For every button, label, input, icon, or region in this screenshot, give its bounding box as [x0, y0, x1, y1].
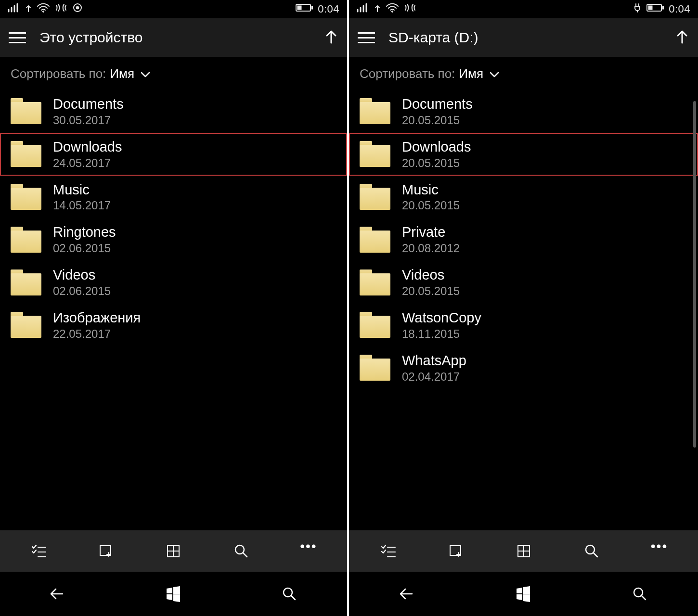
- folder-name: Documents: [402, 96, 473, 113]
- folder-icon: [11, 98, 41, 124]
- sort-label: Сортировать по:: [360, 66, 455, 81]
- clock: 0:04: [669, 3, 690, 15]
- select-button[interactable]: [375, 538, 401, 565]
- back-button[interactable]: [44, 580, 71, 607]
- view-grid-button[interactable]: [160, 538, 187, 565]
- menu-button[interactable]: [358, 28, 377, 47]
- svg-point-0: [42, 11, 44, 12]
- start-button[interactable]: [510, 580, 537, 607]
- folder-date: 24.05.2017: [53, 156, 122, 170]
- search-button[interactable]: [578, 538, 605, 565]
- scrollbar[interactable]: [693, 101, 696, 448]
- back-button[interactable]: [394, 580, 421, 607]
- folder-name: WatsonCopy: [402, 309, 481, 326]
- folder-date: 02.06.2015: [53, 242, 116, 255]
- folder-icon: [360, 184, 390, 210]
- list-item[interactable]: WatsonCopy 18.11.2015: [349, 304, 698, 346]
- folder-icon: [11, 270, 41, 295]
- folder-date: 20.08.2012: [402, 242, 460, 255]
- app-bar: •••: [349, 530, 698, 572]
- new-folder-button[interactable]: [92, 538, 119, 565]
- folder-icon: [11, 312, 41, 338]
- page-title: SD-карта (D:): [388, 29, 663, 46]
- list-item[interactable]: Private 20.08.2012: [349, 218, 698, 261]
- list-item[interactable]: Изображения 22.05.2017: [0, 304, 347, 346]
- folder-icon: [360, 227, 390, 253]
- folder-name: Videos: [402, 267, 460, 283]
- list-item[interactable]: Music 14.05.2017: [0, 176, 347, 218]
- svg-point-10: [391, 11, 393, 12]
- sort-dropdown[interactable]: Сортировать по: Имя: [0, 57, 347, 87]
- folder-name: Documents: [53, 96, 124, 113]
- chevron-down-icon: [489, 66, 500, 81]
- folder-date: 22.05.2017: [53, 327, 141, 341]
- list-item[interactable]: Downloads 20.05.2015: [349, 133, 698, 176]
- search-system-button[interactable]: [276, 580, 303, 607]
- folder-date: 20.05.2015: [402, 156, 471, 170]
- view-grid-button[interactable]: [510, 538, 537, 565]
- folder-name: Music: [53, 181, 111, 198]
- start-button[interactable]: [160, 580, 187, 607]
- sort-dropdown[interactable]: Сортировать по: Имя: [349, 57, 698, 87]
- folder-date: 20.05.2015: [402, 114, 473, 127]
- clock: 0:04: [318, 3, 339, 15]
- folder-name: Downloads: [53, 139, 122, 155]
- folder-date: 14.05.2017: [53, 199, 111, 212]
- folder-list[interactable]: Documents 20.05.2015 Downloads 20.05.201…: [349, 87, 698, 530]
- search-system-button[interactable]: [626, 580, 653, 607]
- folder-date: 30.05.2017: [53, 114, 124, 127]
- list-item[interactable]: Documents 30.05.2017: [0, 90, 347, 133]
- search-button[interactable]: [228, 538, 255, 565]
- folder-list[interactable]: Documents 30.05.2017 Downloads 24.05.201…: [0, 87, 347, 530]
- chevron-down-icon: [140, 66, 151, 81]
- up-button[interactable]: [675, 28, 689, 47]
- folder-icon: [360, 141, 390, 167]
- signal-icon: [357, 3, 369, 15]
- list-item[interactable]: Videos 20.05.2015: [349, 261, 698, 304]
- folder-icon: [360, 312, 390, 338]
- list-item[interactable]: WhatsApp 02.04.2017: [349, 346, 698, 389]
- list-item[interactable]: Downloads 24.05.2017: [0, 133, 347, 176]
- new-folder-button[interactable]: [442, 538, 469, 565]
- more-button[interactable]: •••: [295, 530, 322, 557]
- menu-button[interactable]: [9, 28, 28, 47]
- data-arrow-icon: [374, 3, 381, 15]
- list-item[interactable]: Music 20.05.2015: [349, 176, 698, 218]
- folder-name: WhatsApp: [402, 352, 466, 369]
- page-title: Это устройство: [39, 29, 312, 46]
- vibrate-icon: [55, 2, 67, 16]
- system-nav-bar: [0, 572, 347, 616]
- battery-icon: [646, 3, 664, 15]
- signal-icon: [8, 3, 20, 15]
- data-arrow-icon: [25, 3, 32, 15]
- select-button[interactable]: [25, 538, 52, 565]
- sort-value: Имя: [110, 66, 134, 81]
- list-item[interactable]: Ringtones 02.06.2015: [0, 218, 347, 261]
- location-icon: [72, 2, 83, 16]
- folder-icon: [11, 141, 41, 167]
- wifi-icon: [386, 2, 399, 16]
- status-bar: 0:04: [349, 0, 698, 18]
- folder-name: Изображения: [53, 309, 141, 326]
- folder-date: 20.05.2015: [402, 199, 460, 212]
- list-item[interactable]: Videos 02.06.2015: [0, 261, 347, 304]
- list-item[interactable]: Documents 20.05.2015: [349, 90, 698, 133]
- svg-rect-12: [662, 6, 664, 9]
- folder-name: Private: [402, 224, 460, 241]
- system-nav-bar: [349, 572, 698, 616]
- folder-icon: [360, 98, 390, 124]
- vibrate-icon: [404, 2, 416, 16]
- folder-icon: [360, 270, 390, 295]
- plug-icon: [633, 3, 642, 15]
- app-header: SD-карта (D:): [349, 18, 698, 57]
- up-button[interactable]: [324, 28, 338, 47]
- folder-name: Downloads: [402, 139, 471, 155]
- folder-name: Ringtones: [53, 224, 116, 241]
- folder-name: Music: [402, 181, 460, 198]
- more-button[interactable]: •••: [646, 530, 673, 557]
- folder-date: 02.06.2015: [53, 284, 111, 298]
- folder-icon: [11, 184, 41, 210]
- battery-icon: [296, 3, 313, 15]
- folder-name: Videos: [53, 267, 111, 283]
- sort-label: Сортировать по:: [11, 66, 106, 81]
